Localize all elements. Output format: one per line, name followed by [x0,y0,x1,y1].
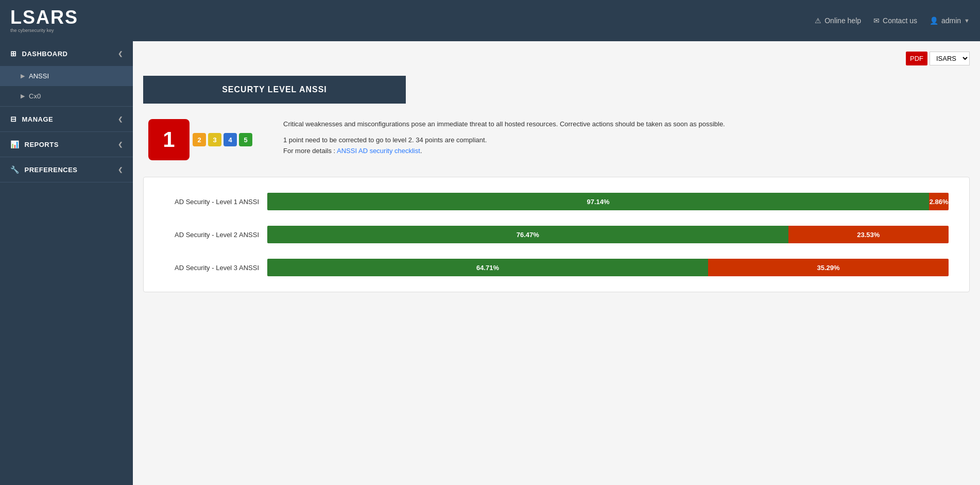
chart-container: AD Security - Level 1 ANSSI 97.14% 2.86%… [143,177,970,292]
bar-wrapper-1: 97.14% 2.86% [267,193,949,210]
sidebar: ⊞ DASHBOARD ❮ ▶ ANSSI ▶ Cx0 ⊟ MANAGE ❮ [0,41,133,485]
dashboard-icon: ⊞ [10,49,17,58]
online-help-label: Online help [824,16,861,25]
manage-label: MANAGE [22,115,54,123]
badge-level-3: 3 [208,133,221,146]
header-nav: ⚠ Online help ✉ Contact us 👤 admin ▼ [815,16,970,25]
arrow-right-icon-2: ▶ [21,93,25,99]
description-points: 1 point need to be corrected to go to le… [283,136,487,144]
reports-section: 📊 REPORTS ❮ [0,132,133,157]
bar-wrapper-3: 64.71% 35.29% [267,259,949,276]
logo-area: LSARS the cybersecurity key [10,8,78,33]
level-description: Critical weaknesses and misconfiguration… [283,119,965,161]
header: LSARS the cybersecurity key ⚠ Online hel… [0,0,980,41]
level-badge-1: 1 [148,119,190,160]
online-help-button[interactable]: ⚠ Online help [815,16,861,25]
admin-label: admin [941,16,961,25]
level-badges-small: 2 3 4 5 [193,133,252,146]
anssi-label: ANSSI [29,72,49,80]
preferences-icon: 🔧 [10,165,20,174]
arrow-right-icon: ▶ [21,73,25,79]
bar-red-3: 35.29% [708,259,949,276]
badge-level-4: 4 [223,133,237,146]
dashboard-section: ⊞ DASHBOARD ❮ ▶ ANSSI ▶ Cx0 [0,41,133,107]
mail-icon: ✉ [873,16,880,25]
bar-green-2: 76.47% [267,226,788,243]
main-layout: ⊞ DASHBOARD ❮ ▶ ANSSI ▶ Cx0 ⊟ MANAGE ❮ [0,41,980,485]
chart-row-3: AD Security - Level 3 ANSSI 64.71% 35.29… [164,259,949,276]
description-link-suffix: . [420,147,422,155]
cx0-label: Cx0 [29,92,41,100]
description-link-prefix: For more details : [283,147,337,155]
admin-menu[interactable]: 👤 admin ▼ [930,16,970,25]
contact-us-button[interactable]: ✉ Contact us [873,16,917,25]
manage-section: ⊟ MANAGE ❮ [0,107,133,132]
main-content: PDF ISARS ANSSI CX0 SECURTY LEVEL ANSSI … [133,41,980,485]
anssi-checklist-link[interactable]: ANSSI AD security checklist [337,147,420,155]
sidebar-item-manage[interactable]: ⊟ MANAGE ❮ [0,107,133,131]
bar-red-2: 23.53% [788,226,949,243]
sidebar-item-preferences[interactable]: 🔧 PREFERENCES ❮ [0,157,133,182]
user-icon: 👤 [930,16,938,25]
chart-label-2: AD Security - Level 2 ANSSI [164,231,267,239]
contact-us-label: Contact us [883,16,917,25]
bar-red-1: 2.86% [929,193,949,210]
chart-row-1: AD Security - Level 1 ANSSI 97.14% 2.86% [164,193,949,210]
reports-label: REPORTS [25,141,59,148]
bar-green-1: 97.14% [267,193,929,210]
reports-icon: 📊 [10,140,20,148]
chevron-left-icon-4: ❮ [118,166,123,173]
sidebar-item-dashboard[interactable]: ⊞ DASHBOARD ❮ [0,41,133,66]
chart-label-1: AD Security - Level 1 ANSSI [164,198,267,206]
isars-dropdown[interactable]: ISARS ANSSI CX0 [930,52,970,65]
chevron-down-icon: ▼ [964,18,970,24]
logo-text: LSARS [10,8,78,27]
main-toolbar: PDF ISARS ANSSI CX0 [143,52,970,65]
bar-wrapper-2: 76.47% 23.53% [267,226,949,243]
preferences-label: PREFERENCES [25,166,78,174]
badge-level-5: 5 [239,133,252,146]
chevron-left-icon-2: ❮ [118,116,123,123]
security-level-header: SECURTY LEVEL ANSSI [143,76,406,104]
description-text-2: 1 point need to be corrected to go to le… [283,135,965,157]
warning-icon: ⚠ [815,16,821,25]
sidebar-item-cx0[interactable]: ▶ Cx0 [0,86,133,106]
logo-sub: the cybersecurity key [10,28,54,33]
description-text-1: Critical weaknesses and misconfiguration… [283,119,965,130]
preferences-section: 🔧 PREFERENCES ❮ [0,157,133,182]
bar-green-3: 64.71% [267,259,708,276]
chevron-left-icon-3: ❮ [118,141,123,148]
pdf-button[interactable]: PDF [906,52,927,65]
chart-label-3: AD Security - Level 3 ANSSI [164,264,267,272]
level-badge-area: 1 2 3 4 5 [148,119,252,160]
badge-level-2: 2 [193,133,206,146]
chart-row-2: AD Security - Level 2 ANSSI 76.47% 23.53… [164,226,949,243]
level-area: 1 2 3 4 5 Critical weaknesses and miscon… [143,104,970,177]
manage-icon: ⊟ [10,115,17,123]
dashboard-label: DASHBOARD [22,50,68,58]
chevron-left-icon: ❮ [118,51,123,57]
sidebar-item-reports[interactable]: 📊 REPORTS ❮ [0,132,133,157]
sidebar-item-anssi[interactable]: ▶ ANSSI [0,66,133,86]
